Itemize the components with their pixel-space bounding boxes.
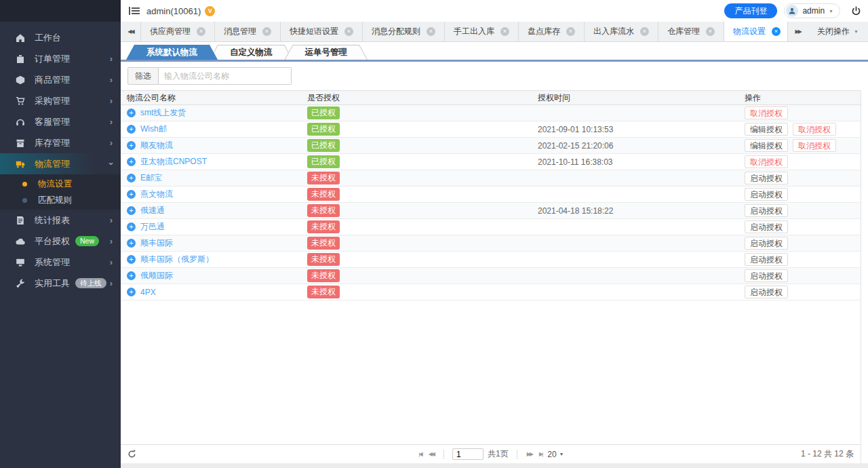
expand-plus-icon[interactable]: + bbox=[127, 222, 136, 231]
expand-plus-icon[interactable]: + bbox=[127, 288, 136, 296]
tab-close-icon[interactable]: × bbox=[640, 27, 649, 36]
logout-power-icon[interactable] bbox=[851, 6, 861, 16]
tab-io-flow[interactable]: 出入库流水× bbox=[585, 22, 658, 41]
company-link[interactable]: 万邑通 bbox=[140, 221, 165, 233]
account-menu[interactable]: admin ▼ bbox=[784, 3, 840, 18]
cancel-auth-button[interactable]: 取消授权 bbox=[793, 123, 836, 136]
page-number-input[interactable] bbox=[452, 448, 484, 460]
sidebar-item-platform-auth[interactable]: 平台授权New› bbox=[0, 231, 121, 252]
sidebar-item-label: 库存管理 bbox=[35, 137, 70, 149]
start-auth-button[interactable]: 启动授权 bbox=[745, 286, 788, 298]
table-row: +万邑通未授权启动授权 bbox=[121, 219, 861, 235]
tab-close-icon[interactable]: × bbox=[427, 27, 435, 36]
company-link[interactable]: E邮宝 bbox=[140, 172, 162, 184]
sidebar-item-workbench[interactable]: 工作台 bbox=[0, 27, 121, 48]
company-search-input[interactable] bbox=[159, 67, 292, 85]
start-auth-button[interactable]: 启动授权 bbox=[745, 188, 788, 201]
company-link[interactable]: 俄顺国际 bbox=[140, 270, 173, 281]
company-link[interactable]: 燕文物流 bbox=[140, 189, 173, 200]
sidebar-subitem-match-rules[interactable]: 匹配规则 bbox=[0, 192, 121, 208]
tab-message-rules[interactable]: 消息分配规则× bbox=[363, 22, 445, 41]
tab-stocktake[interactable]: 盘点库存× bbox=[519, 22, 585, 41]
menu-toggle-icon[interactable] bbox=[129, 6, 140, 16]
sidebar-item-tools[interactable]: 实用工具待上线› bbox=[0, 273, 121, 294]
company-link[interactable]: 顺丰国际（俄罗斯） bbox=[140, 254, 214, 265]
tab-close-icon[interactable]: × bbox=[500, 27, 509, 36]
topbar-right: 产品刊登 admin ▼ bbox=[724, 3, 868, 18]
tab-message-mgmt[interactable]: 消息管理× bbox=[215, 22, 281, 41]
tab-supplier-mgmt[interactable]: 供应商管理× bbox=[141, 22, 215, 41]
table-row: +顺丰国际未授权启动授权 bbox=[121, 235, 861, 252]
sidebar-item-inventory[interactable]: 库存管理› bbox=[0, 132, 121, 153]
status-cell: 未授权 bbox=[301, 204, 532, 217]
next-page-icon[interactable]: ▶▶ bbox=[526, 451, 534, 457]
start-auth-button[interactable]: 启动授权 bbox=[745, 220, 788, 233]
platform-icon bbox=[15, 236, 26, 247]
tab-close-icon[interactable]: × bbox=[566, 27, 575, 36]
tab-close-icon[interactable]: × bbox=[262, 27, 271, 36]
status-badge: 未授权 bbox=[307, 237, 340, 250]
cancel-auth-button[interactable]: 取消授权 bbox=[745, 155, 788, 168]
start-auth-button[interactable]: 启动授权 bbox=[745, 204, 788, 217]
expand-plus-icon[interactable]: + bbox=[127, 157, 136, 166]
sidebar-item-system[interactable]: 系统管理› bbox=[0, 252, 121, 273]
subtab-tracking-number[interactable]: 运单号管理 bbox=[285, 45, 368, 60]
expand-plus-icon[interactable]: + bbox=[127, 125, 136, 134]
tab-manual-io[interactable]: 手工出入库× bbox=[445, 22, 519, 41]
refresh-icon[interactable] bbox=[127, 450, 136, 459]
start-auth-button[interactable]: 启动授权 bbox=[745, 269, 788, 282]
company-cell: +燕文物流 bbox=[121, 189, 301, 200]
tab-warehouse-mgmt[interactable]: 仓库管理× bbox=[658, 22, 724, 41]
expand-plus-icon[interactable]: + bbox=[127, 109, 136, 117]
publish-product-button[interactable]: 产品刊登 bbox=[724, 3, 777, 18]
edit-auth-button[interactable]: 编辑授权 bbox=[745, 139, 788, 152]
subtab-system-default[interactable]: 系统默认物流 bbox=[126, 45, 218, 60]
topbar: admin(10061) V 产品刊登 admin ▼ bbox=[121, 0, 868, 22]
company-link[interactable]: smt线上发货 bbox=[140, 107, 186, 119]
page-size-select[interactable]: 20 ▼ bbox=[547, 450, 564, 459]
subtab-custom[interactable]: 自定义物流 bbox=[210, 45, 293, 60]
first-page-icon[interactable]: |◀ bbox=[417, 451, 422, 457]
action-cell: 启动授权 bbox=[738, 172, 861, 184]
last-page-icon[interactable]: ▶| bbox=[538, 451, 543, 457]
tab-logistics-settings[interactable]: 物流设置× bbox=[724, 22, 787, 41]
start-auth-button[interactable]: 启动授权 bbox=[745, 172, 788, 184]
close-operations-menu[interactable]: 关闭操作 ▼ bbox=[808, 22, 868, 41]
tab-quick-phrase[interactable]: 快捷短语设置× bbox=[281, 22, 363, 41]
company-link[interactable]: 顺丰国际 bbox=[140, 237, 173, 249]
company-link[interactable]: 亚太物流CNPOST bbox=[140, 156, 207, 168]
tab-close-icon[interactable]: × bbox=[197, 27, 205, 36]
expand-plus-icon[interactable]: + bbox=[127, 239, 136, 248]
scroll-tabs-left-icon[interactable]: ◀◀ bbox=[121, 22, 141, 41]
sidebar-item-orders[interactable]: 订单管理› bbox=[0, 48, 121, 69]
sidebar-item-purchase[interactable]: 采购管理› bbox=[0, 90, 121, 111]
sidebar-item-logistics[interactable]: 物流管理› bbox=[0, 153, 121, 174]
expand-plus-icon[interactable]: + bbox=[127, 174, 136, 182]
expand-plus-icon[interactable]: + bbox=[127, 190, 136, 199]
sidebar-item-service[interactable]: 客服管理› bbox=[0, 111, 121, 132]
start-auth-button[interactable]: 启动授权 bbox=[745, 253, 788, 266]
truck-icon bbox=[15, 159, 26, 170]
tab-close-icon[interactable]: × bbox=[706, 27, 715, 36]
start-auth-button[interactable]: 启动授权 bbox=[745, 237, 788, 250]
cancel-auth-button[interactable]: 取消授权 bbox=[793, 139, 836, 152]
cancel-auth-button[interactable]: 取消授权 bbox=[745, 106, 788, 119]
prev-page-icon[interactable]: ◀◀ bbox=[427, 451, 435, 457]
sidebar-item-products[interactable]: 商品管理› bbox=[0, 69, 121, 90]
expand-plus-icon[interactable]: + bbox=[127, 141, 136, 150]
company-link[interactable]: 俄速通 bbox=[140, 205, 165, 216]
company-link[interactable]: 顺友物流 bbox=[140, 140, 173, 151]
subtab-label: 系统默认物流 bbox=[126, 45, 218, 60]
sidebar-item-label: 采购管理 bbox=[35, 95, 70, 107]
sidebar-item-reports[interactable]: 统计报表› bbox=[0, 210, 121, 231]
expand-plus-icon[interactable]: + bbox=[127, 271, 136, 280]
expand-plus-icon[interactable]: + bbox=[127, 255, 136, 264]
sidebar-subitem-logistics-settings[interactable]: 物流设置 bbox=[0, 176, 121, 192]
scroll-tabs-right-icon[interactable]: ▶▶ bbox=[787, 22, 808, 41]
edit-auth-button[interactable]: 编辑授权 bbox=[745, 123, 788, 136]
tab-close-icon[interactable]: × bbox=[772, 27, 781, 36]
company-link[interactable]: 4PX bbox=[140, 288, 156, 297]
company-link[interactable]: Wish邮 bbox=[140, 123, 167, 135]
tab-close-icon[interactable]: × bbox=[344, 27, 353, 36]
expand-plus-icon[interactable]: + bbox=[127, 206, 136, 215]
